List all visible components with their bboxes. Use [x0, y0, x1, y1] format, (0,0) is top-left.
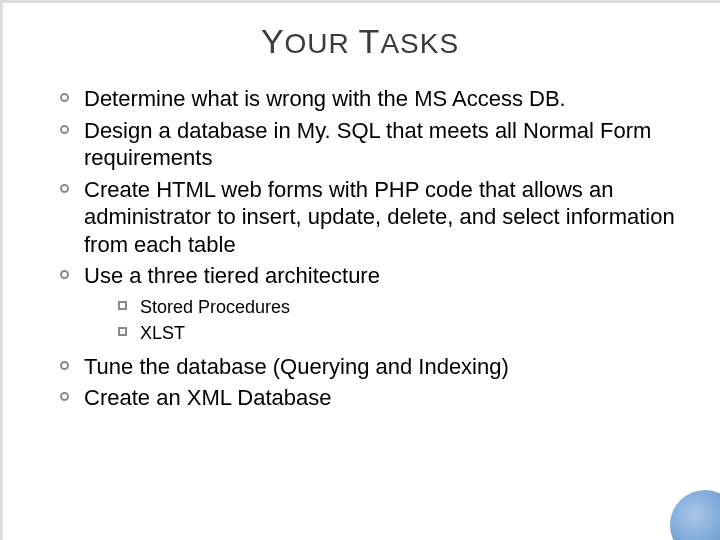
list-item: Tune the database (Querying and Indexing…	[58, 353, 680, 381]
list-item: Design a database in My. SQL that meets …	[58, 117, 680, 172]
title-rest-asks: ASKS	[380, 28, 459, 59]
sphere-decoration	[670, 490, 720, 540]
title-rest-our: OUR	[285, 28, 350, 59]
list-item: Stored Procedures	[118, 296, 680, 319]
sub-bullet-text: XLST	[140, 323, 185, 343]
bullet-text: Determine what is wrong with the MS Acce…	[84, 86, 566, 111]
list-item: XLST	[118, 322, 680, 345]
title-cap-y: Y	[261, 22, 285, 60]
list-item: Create HTML web forms with PHP code that…	[58, 176, 680, 259]
sub-bullet-list: Stored Procedures XLST	[84, 296, 680, 345]
sub-bullet-text: Stored Procedures	[140, 297, 290, 317]
bullet-text: Create HTML web forms with PHP code that…	[84, 177, 675, 257]
list-item: Use a three tiered architecture Stored P…	[58, 262, 680, 345]
list-item: Determine what is wrong with the MS Acce…	[58, 85, 680, 113]
slide: YOUR TASKS Determine what is wrong with …	[0, 0, 720, 540]
edge-top	[0, 0, 720, 3]
slide-body: Determine what is wrong with the MS Acce…	[58, 85, 680, 416]
bullet-text: Create an XML Database	[84, 385, 331, 410]
list-item: Create an XML Database	[58, 384, 680, 412]
bullet-text: Design a database in My. SQL that meets …	[84, 118, 651, 171]
slide-title: YOUR TASKS	[0, 22, 720, 61]
bullet-list-top: Determine what is wrong with the MS Acce…	[58, 85, 680, 412]
bullet-text: Tune the database (Querying and Indexing…	[84, 354, 509, 379]
title-cap-t: T	[359, 22, 381, 60]
bullet-text: Use a three tiered architecture	[84, 263, 380, 288]
edge-left	[0, 0, 3, 540]
